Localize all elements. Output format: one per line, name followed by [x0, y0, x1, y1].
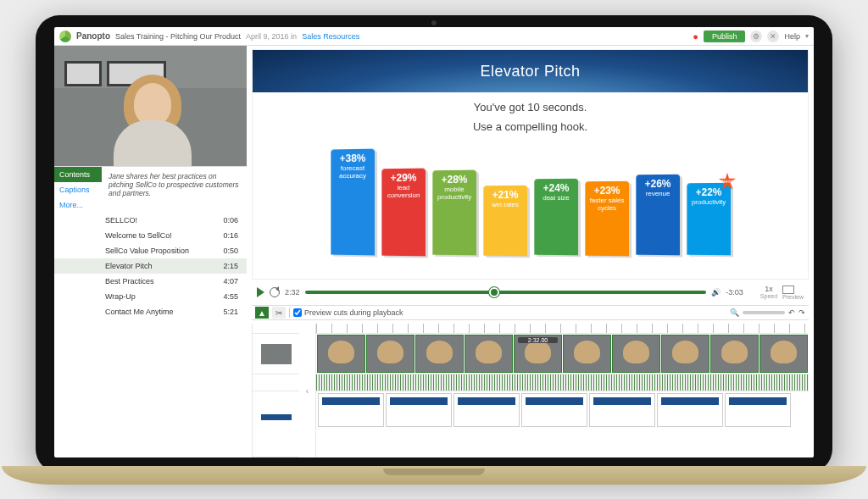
slide-line1: You've got 10 seconds. [474, 101, 587, 114]
preview-label: Preview [782, 294, 804, 300]
slide-clip[interactable] [589, 393, 655, 427]
video-clip[interactable] [612, 335, 660, 373]
video-clip[interactable] [415, 335, 464, 373]
slide-clip[interactable] [521, 393, 587, 427]
chart-bar: +24%deal size [534, 179, 578, 256]
camera-dot [431, 20, 437, 25]
seek-knob[interactable] [489, 287, 499, 297]
video-clip[interactable] [465, 335, 513, 373]
toc-label: Wrap-Up [105, 292, 136, 301]
laptop-notch [383, 469, 485, 475]
timeline-ruler[interactable] [316, 324, 809, 334]
toc-time: 0:06 [223, 216, 238, 225]
time-remaining: -3:03 [726, 288, 743, 297]
preview-icon[interactable] [782, 286, 794, 294]
brand-label: Panopto [76, 31, 110, 41]
publish-button[interactable]: Publish [704, 30, 746, 42]
redo-icon[interactable]: ↷ [798, 308, 805, 317]
chart-bar: +28%mobile productivity [432, 170, 476, 256]
slide-body: You've got 10 seconds. Use a compelling … [253, 92, 808, 279]
video-track-icon[interactable] [261, 344, 292, 364]
tab-contents[interactable]: Contents [54, 167, 102, 182]
toc-time: 4:55 [223, 292, 238, 301]
slide-track[interactable] [316, 391, 809, 429]
slide-view: Elevator Pitch You've got 10 seconds. Us… [252, 49, 809, 280]
session-date: April 9, 2016 in [246, 32, 297, 41]
toc-label: Contact Me Anytime [105, 308, 174, 316]
zoom-slider[interactable] [743, 311, 785, 314]
main-area: Contents Captions More... Jane shares he… [54, 46, 814, 457]
video-clip[interactable] [710, 335, 759, 373]
seek-track[interactable] [305, 291, 707, 294]
audio-track[interactable] [316, 374, 809, 391]
laptop-frame: Panopto Sales Training - Pitching Our Pr… [36, 15, 832, 473]
toc-row[interactable]: Best Practices4:07 [54, 274, 247, 289]
toc-time: 2:15 [223, 262, 238, 270]
right-column: Elevator Pitch You've got 10 seconds. Us… [247, 46, 814, 457]
timeline-track-headers [252, 324, 299, 457]
breadcrumb-link[interactable]: Sales Resources [302, 32, 359, 41]
toc-label: Best Practices [105, 277, 154, 286]
toc-row[interactable]: SELLCO!0:06 [54, 213, 247, 228]
clip-time-tag: 2:32.00 [518, 337, 558, 343]
speed-label: Speed [760, 293, 777, 299]
preview-cuts-checkbox[interactable]: Preview cuts during playback [293, 308, 403, 317]
slide-clip[interactable] [318, 393, 384, 427]
video-clip[interactable]: 2:32.00 [514, 335, 562, 373]
cut-tool[interactable]: ✂ [272, 307, 286, 319]
speed-value[interactable]: 1x [760, 286, 777, 293]
slide-line2: Use a compelling hook. [473, 120, 587, 133]
time-elapsed: 2:32 [285, 288, 300, 297]
chevron-down-icon[interactable]: ▾ [805, 32, 809, 40]
close-icon[interactable]: ✕ [767, 30, 779, 42]
undo-icon[interactable]: ↶ [788, 308, 795, 317]
timeline-body: 2:32.00 [316, 324, 809, 457]
slide-clip[interactable] [453, 393, 520, 427]
chart-bar: +29%lead conversion [381, 168, 426, 255]
record-icon[interactable]: ● [693, 31, 698, 42]
playback-bar: 2:32 🔊 -3:03 1x Speed Preview [252, 283, 809, 302]
toc-label: Elevator Pitch [105, 262, 153, 270]
toc-row[interactable]: SellCo Value Proposition0:50 [54, 243, 247, 258]
toc-time: 4:07 [223, 277, 238, 286]
editor-toolbar: ▲ ✂ Preview cuts during playback 🔍 ↶ ↷ [252, 305, 809, 320]
chart-bar: +26%revenue [636, 175, 680, 256]
chart-bar: +21%win rates [483, 185, 527, 255]
slide-clip[interactable] [725, 393, 791, 427]
toc-row[interactable]: Wrap-Up4:55 [54, 289, 247, 304]
gear-icon[interactable]: ⚙ [750, 30, 762, 42]
top-bar: Panopto Sales Training - Pitching Our Pr… [54, 27, 814, 46]
zoom-out-icon[interactable]: 🔍 [730, 308, 739, 317]
toc-label: Welcome to SellCo! [105, 231, 172, 240]
sidebar-tabs: Contents Captions More... Jane shares he… [54, 166, 247, 213]
video-clip[interactable] [366, 335, 415, 373]
preview-cuts-label: Preview cuts during playback [304, 308, 403, 317]
tab-captions[interactable]: Captions [54, 182, 102, 197]
toc-row[interactable]: Elevator Pitch2:15 [54, 258, 247, 274]
toc-label: SELLCO! [105, 216, 137, 225]
pointer-tool[interactable]: ▲ [255, 307, 269, 319]
timeline-collapse[interactable]: ‹ [299, 324, 316, 457]
slide-clip[interactable] [657, 393, 723, 427]
tab-more[interactable]: More... [54, 197, 102, 213]
play-button[interactable] [257, 287, 264, 297]
slide-clip[interactable] [386, 393, 452, 427]
video-clip[interactable] [661, 335, 709, 373]
video-clip[interactable] [317, 335, 365, 373]
slide-track-icon[interactable] [261, 414, 292, 435]
toc-time: 5:21 [223, 308, 238, 316]
video-clip[interactable] [563, 335, 611, 373]
volume-icon[interactable]: 🔊 [711, 288, 721, 297]
rewind-button[interactable] [270, 287, 280, 297]
toc-row[interactable]: Welcome to SellCo!0:16 [54, 228, 247, 243]
timeline: ‹ 2:32.00 [252, 324, 809, 457]
panopto-logo-icon [59, 30, 71, 42]
slide-title: Elevator Pitch [253, 50, 808, 92]
presenter-video[interactable] [54, 46, 247, 166]
app-window: Panopto Sales Training - Pitching Our Pr… [54, 27, 814, 457]
video-track[interactable]: 2:32.00 [316, 334, 809, 374]
help-link[interactable]: Help [784, 32, 800, 41]
toc-time: 0:50 [223, 247, 238, 255]
toc-row[interactable]: Contact Me Anytime5:21 [54, 304, 247, 319]
video-clip[interactable] [760, 335, 808, 373]
